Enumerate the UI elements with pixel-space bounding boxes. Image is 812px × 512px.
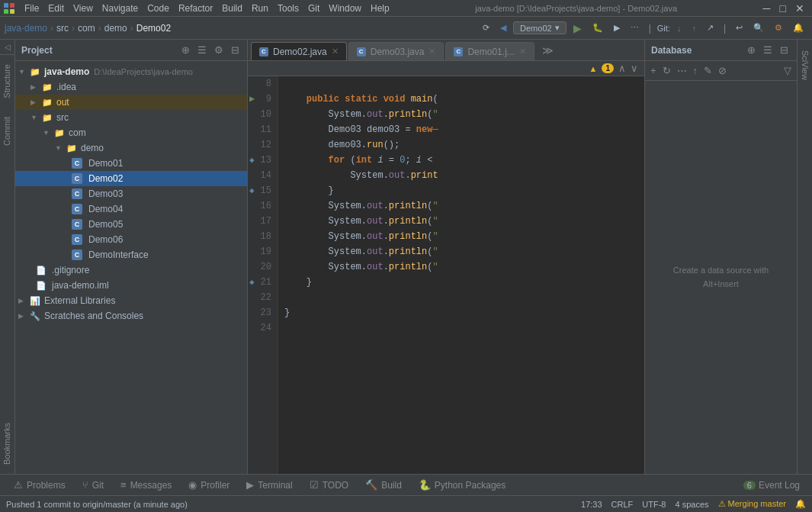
breadcrumb-project[interactable]: java-demo — [5, 23, 47, 34]
git-update-btn[interactable]: ↓ — [673, 22, 685, 34]
tree-demo03[interactable]: C Demo03 — [15, 186, 247, 201]
more-run-btn[interactable]: ⋯ — [627, 21, 643, 34]
tree-demo01[interactable]: C Demo01 — [15, 156, 247, 171]
panel-add-btn[interactable]: ⊕ — [180, 43, 191, 57]
menu-code[interactable]: Code — [143, 0, 174, 16]
db-collapse-btn[interactable]: ⊟ — [778, 43, 791, 57]
bottom-tab-messages[interactable]: ≡ Messages — [113, 476, 179, 494]
tabs-more-btn[interactable]: ≫ — [539, 44, 557, 56]
minimize-btn[interactable]: ─ — [759, 0, 775, 16]
menu-help[interactable]: Help — [366, 0, 394, 16]
tree-gitignore[interactable]: 📄 .gitignore — [15, 262, 247, 278]
tree-iml[interactable]: 📄 java-demo.iml — [15, 278, 247, 293]
search-btn[interactable]: 🔍 — [749, 21, 768, 34]
breadcrumb-demo[interactable]: demo — [104, 23, 127, 34]
git-push-btn[interactable]: ↑ — [688, 22, 700, 34]
event-log-btn[interactable]: 6 Event Log — [737, 476, 806, 494]
panel-collapse-btn[interactable]: ⊟ — [229, 43, 241, 57]
tree-demo[interactable]: ▼ 📁 demo — [15, 140, 247, 156]
restore-btn[interactable]: □ — [775, 0, 791, 16]
warning-nav-up[interactable]: ∧ — [618, 63, 626, 74]
scview-tab[interactable]: SciView — [798, 43, 812, 88]
menu-git[interactable]: Git — [303, 0, 324, 16]
back-btn[interactable]: ◀ — [496, 21, 510, 34]
tree-demo02[interactable]: C Demo02 — [15, 171, 247, 186]
vcs-update-btn[interactable]: ⟳ — [479, 21, 493, 34]
tree-out[interactable]: ▶ 📁 out — [15, 95, 247, 110]
terminal-icon: ▶ — [246, 479, 254, 491]
bottom-tab-profiler[interactable]: ◉ Profiler — [181, 476, 237, 494]
git-tab-icon: ⑂ — [82, 479, 88, 491]
undo-btn[interactable]: ↩ — [732, 21, 746, 34]
editor-tab-demo02[interactable]: C Demo02.java ✕ — [251, 42, 347, 60]
tree-idea[interactable]: ▶ 📁 .idea — [15, 79, 247, 95]
commit-tab[interactable]: Commit — [0, 108, 14, 155]
db-btn-3[interactable]: ⋯ — [675, 63, 689, 78]
tree-scratches[interactable]: ▶ 🔧 Scratches and Consoles — [15, 308, 247, 324]
tree-root[interactable]: ▼ 📁 java-demo D:\IdeaProjects\java-demo — [15, 64, 247, 79]
run-config-dropdown[interactable]: Demo02 ▾ — [513, 21, 566, 34]
notifications-btn[interactable]: 🔔 — [789, 21, 807, 34]
tab-demo02-close[interactable]: ✕ — [332, 47, 339, 56]
tab-demo03-close[interactable]: ✕ — [428, 47, 435, 56]
menu-refactor[interactable]: Refactor — [174, 0, 217, 16]
bottom-tab-todo[interactable]: ☑ TODO — [302, 476, 356, 494]
status-git-branch[interactable]: ⚠ Merging master — [718, 499, 786, 509]
tree-demo04[interactable]: C Demo04 — [15, 201, 247, 217]
tree-com[interactable]: ▼ 📁 com — [15, 125, 247, 140]
code-editor[interactable]: public static void main( System.out.prin… — [278, 76, 644, 474]
panel-layout-btn[interactable]: ☰ — [196, 43, 208, 57]
menu-file[interactable]: File — [20, 0, 43, 16]
menu-edit[interactable]: Edit — [43, 0, 69, 16]
breadcrumb-src[interactable]: src — [56, 23, 69, 34]
bookmarks-tab[interactable]: Bookmarks — [0, 414, 14, 474]
close-btn[interactable]: ✕ — [791, 0, 809, 16]
run-btn[interactable]: ▶ — [570, 21, 586, 36]
db-btn-6[interactable]: ⊘ — [716, 63, 729, 78]
tree-com-name: com — [69, 127, 86, 138]
tree-demo06[interactable]: C Demo06 — [15, 232, 247, 247]
status-indent[interactable]: 4 spaces — [675, 500, 708, 509]
bottom-tab-python[interactable]: 🐍 Python Packages — [411, 476, 513, 494]
debug-btn[interactable]: 🐛 — [589, 21, 607, 34]
db-btn-2[interactable]: ↻ — [660, 63, 673, 78]
editor-tab-demo03[interactable]: C Demo03.java ✕ — [348, 42, 445, 60]
code-line-16: System.out.println(" — [284, 198, 638, 214]
db-btn-1[interactable]: + — [648, 63, 659, 78]
coverage-btn[interactable]: ▶ — [610, 21, 624, 34]
db-filter-btn[interactable]: ▽ — [782, 63, 794, 78]
menu-tools[interactable]: Tools — [273, 0, 303, 16]
db-btn-5[interactable]: ✎ — [701, 63, 714, 78]
settings-btn[interactable]: ⚙ — [771, 21, 786, 34]
bottom-tab-git[interactable]: ⑂ Git — [75, 476, 111, 494]
status-encoding[interactable]: CRLF — [611, 500, 634, 509]
editor-tab-demo01[interactable]: C Demo01.j... ✕ — [445, 42, 534, 60]
menu-view[interactable]: View — [69, 0, 98, 16]
menu-window[interactable]: Window — [324, 0, 366, 16]
db-layout-btn[interactable]: ☰ — [761, 43, 775, 57]
status-time[interactable]: 17:33 — [581, 500, 602, 509]
tree-demo05[interactable]: C Demo05 — [15, 217, 247, 232]
structure-tab[interactable]: Structure — [0, 55, 14, 108]
db-add-btn[interactable]: ⊕ — [745, 43, 758, 57]
menu-run[interactable]: Run — [247, 0, 273, 16]
menu-navigate[interactable]: Navigate — [98, 0, 143, 16]
db-btn-4[interactable]: ↑ — [691, 63, 701, 78]
menu-build[interactable]: Build — [217, 0, 247, 16]
tab-demo01-close[interactable]: ✕ — [519, 47, 526, 56]
status-notification-icon[interactable]: 🔔 — [795, 499, 806, 509]
bottom-tab-build[interactable]: 🔨 Build — [358, 476, 409, 494]
git-history-btn[interactable]: ↗ — [703, 21, 717, 34]
bottom-tab-problems[interactable]: ⚠ Problems — [6, 476, 73, 494]
warning-nav-down[interactable]: ∨ — [631, 63, 638, 74]
left-panel-toggle[interactable]: ◁ — [0, 40, 15, 55]
breadcrumb-current[interactable]: Demo02 — [136, 23, 171, 34]
breadcrumb-com[interactable]: com — [78, 23, 95, 34]
status-charset[interactable]: UTF-8 — [642, 500, 666, 509]
tree-external-libs[interactable]: ▶ 📊 External Libraries — [15, 293, 247, 308]
tree-src[interactable]: ▼ 📁 src — [15, 110, 247, 125]
panel-settings-btn[interactable]: ⚙ — [213, 43, 225, 57]
tree-demointerface[interactable]: C DemoInterface — [15, 247, 247, 262]
tree-scratches-name: Scratches and Consoles — [44, 311, 143, 321]
bottom-tab-terminal[interactable]: ▶ Terminal — [239, 476, 300, 494]
